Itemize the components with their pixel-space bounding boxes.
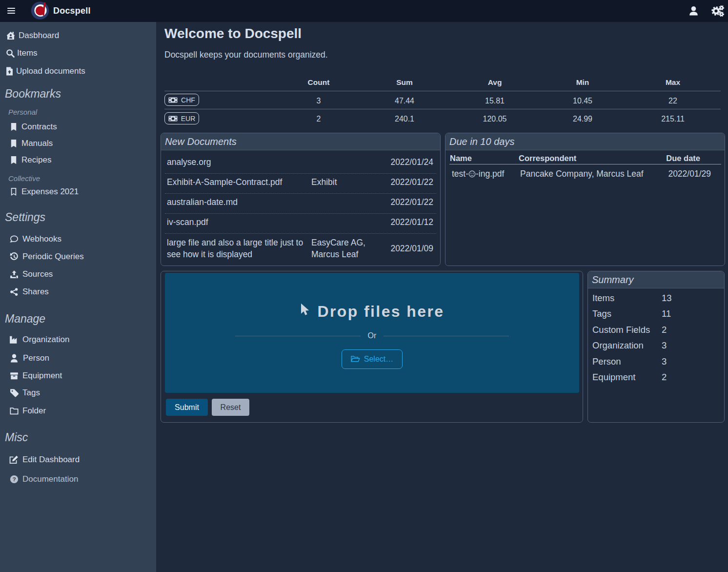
svg-text:?: ? bbox=[12, 476, 16, 483]
